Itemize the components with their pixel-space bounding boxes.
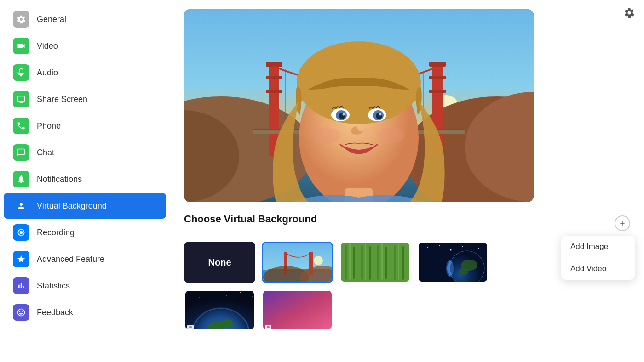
svg-point-44 — [380, 113, 382, 116]
svg-point-92 — [252, 296, 253, 297]
sidebar-item-virtual-background[interactable]: Virtual Background — [4, 193, 166, 219]
svg-rect-65 — [377, 245, 379, 280]
svg-point-45 — [313, 127, 340, 144]
chat-icon — [13, 144, 29, 161]
virtual-background-label: Virtual Background — [37, 201, 107, 211]
notifications-label: Notifications — [37, 175, 82, 184]
share-screen-icon — [13, 91, 29, 107]
statistics-icon — [13, 277, 29, 294]
svg-rect-61 — [361, 245, 363, 280]
svg-rect-60 — [357, 244, 358, 280]
sidebar-item-general[interactable]: General — [4, 6, 166, 32]
svg-point-77 — [450, 249, 452, 251]
advanced-feature-label: Advanced Feature — [37, 255, 104, 264]
advanced-feature-icon — [13, 251, 29, 267]
statistics-label: Statistics — [37, 281, 70, 291]
svg-rect-70 — [398, 243, 399, 280]
general-label: General — [37, 15, 66, 24]
notifications-icon — [13, 171, 29, 187]
general-icon — [13, 11, 29, 28]
gear-button[interactable] — [624, 7, 635, 21]
audio-icon — [13, 64, 29, 81]
sidebar-item-recording[interactable]: Recording — [4, 220, 166, 245]
main-content: Choose Virtual Background Add Image Add … — [170, 0, 644, 362]
svg-point-46 — [377, 127, 405, 144]
svg-point-1 — [20, 231, 23, 234]
add-dropdown-menu: Add Image Add Video — [561, 236, 635, 280]
phone-label: Phone — [37, 121, 61, 131]
svg-point-80 — [487, 252, 488, 253]
svg-point-88 — [199, 297, 200, 298]
add-image-option[interactable]: Add Image — [561, 236, 635, 258]
background-purple[interactable] — [262, 289, 333, 331]
sidebar-item-chat[interactable]: Chat — [4, 140, 166, 165]
sidebar-item-notifications[interactable]: Notifications — [4, 166, 166, 192]
add-background-button[interactable] — [615, 215, 630, 231]
svg-rect-17 — [266, 90, 282, 93]
svg-point-90 — [226, 295, 227, 296]
svg-point-101 — [267, 326, 270, 328]
sidebar-item-statistics[interactable]: Statistics — [4, 273, 166, 299]
background-grass[interactable] — [339, 242, 411, 283]
sidebar-item-share-screen[interactable]: Share Screen — [4, 86, 166, 112]
share-screen-label: Share Screen — [37, 95, 87, 104]
chat-label: Chat — [37, 148, 54, 158]
svg-point-76 — [439, 245, 440, 246]
svg-point-91 — [240, 292, 241, 293]
svg-point-79 — [478, 248, 479, 249]
svg-rect-19 — [429, 62, 446, 67]
svg-rect-62 — [365, 243, 366, 280]
svg-rect-68 — [390, 244, 391, 280]
svg-point-98 — [189, 326, 192, 328]
svg-rect-21 — [429, 90, 446, 93]
svg-point-83 — [446, 260, 454, 277]
add-button-container: Add Image Add Video — [615, 215, 630, 231]
svg-point-85 — [459, 268, 468, 275]
none-label: None — [208, 257, 231, 268]
audio-label: Audio — [37, 68, 58, 78]
sidebar-item-audio[interactable]: Audio — [4, 60, 166, 85]
svg-rect-72 — [406, 244, 408, 280]
svg-rect-99 — [263, 291, 333, 331]
svg-point-89 — [213, 293, 213, 294]
svg-rect-58 — [349, 243, 351, 280]
background-space[interactable] — [417, 242, 489, 283]
sidebar-item-feedback[interactable]: Feedback — [4, 300, 166, 325]
section-header: Choose Virtual Background Add Image Add … — [184, 213, 630, 233]
svg-rect-63 — [369, 246, 371, 280]
svg-rect-73 — [409, 245, 411, 280]
svg-point-87 — [190, 294, 190, 295]
recording-icon — [13, 224, 29, 241]
svg-rect-67 — [385, 247, 387, 279]
svg-rect-71 — [402, 246, 404, 280]
background-grid-row2 — [184, 289, 630, 331]
feedback-label: Feedback — [37, 308, 73, 317]
sidebar-item-advanced-feature[interactable]: Advanced Feature — [4, 246, 166, 272]
svg-rect-59 — [353, 247, 355, 279]
section-title: Choose Virtual Background — [184, 213, 317, 225]
video-label: Video — [37, 41, 58, 51]
svg-rect-15 — [266, 62, 282, 67]
recording-label: Recording — [37, 228, 75, 238]
preview-container — [184, 9, 534, 202]
svg-rect-56 — [341, 243, 411, 283]
phone-icon — [13, 118, 29, 134]
svg-point-41 — [339, 113, 345, 119]
background-none[interactable]: None — [184, 242, 255, 283]
svg-rect-16 — [266, 76, 282, 79]
feedback-icon — [13, 304, 29, 321]
add-video-option[interactable]: Add Video — [561, 258, 635, 280]
svg-point-53 — [314, 256, 323, 265]
svg-point-78 — [462, 246, 463, 247]
svg-rect-66 — [381, 243, 383, 280]
sidebar-item-video[interactable]: Video — [4, 33, 166, 59]
svg-point-43 — [343, 113, 345, 116]
background-earth[interactable] — [184, 289, 255, 331]
sidebar-item-phone[interactable]: Phone — [4, 113, 166, 139]
preview-background — [184, 9, 534, 202]
virtual-background-icon — [13, 198, 29, 214]
svg-point-42 — [376, 113, 382, 119]
video-icon — [13, 38, 29, 54]
background-bridge[interactable] — [262, 242, 333, 283]
svg-point-75 — [427, 247, 428, 248]
